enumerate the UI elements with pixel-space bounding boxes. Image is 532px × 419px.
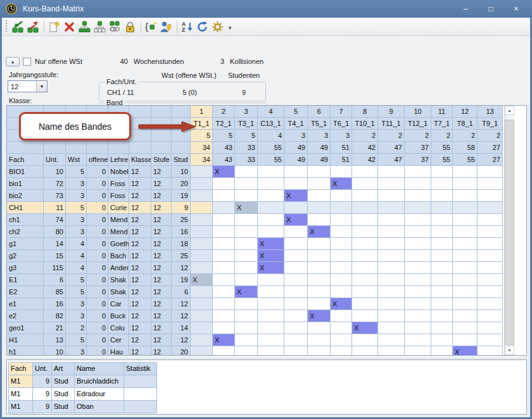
course-offene-cell[interactable]: 0	[87, 226, 108, 238]
course-offene-cell[interactable]: 0	[87, 166, 108, 178]
matrix-cell[interactable]	[405, 166, 431, 178]
band-name-cell[interactable]: T2_1	[213, 118, 235, 130]
assignment-x-cell[interactable]: X	[213, 166, 235, 178]
matrix-cell[interactable]	[453, 202, 478, 214]
matrix-cell[interactable]	[331, 166, 352, 178]
matrix-cell[interactable]	[478, 250, 503, 262]
matrix-cell[interactable]	[453, 238, 478, 250]
matrix-cell[interactable]	[235, 214, 258, 226]
course-lehrer-cell[interactable]: Shak	[108, 274, 129, 286]
matrix-cell[interactable]	[308, 178, 331, 190]
matrix-cell[interactable]	[213, 226, 235, 238]
band-students-cell[interactable]: 27	[478, 142, 503, 154]
maximize-button[interactable]: □	[486, 0, 495, 18]
matrix-cell[interactable]	[191, 262, 213, 274]
matrix-cell[interactable]	[478, 274, 503, 286]
column-header-wst[interactable]: Wst	[66, 154, 87, 166]
matrix-cell[interactable]	[331, 310, 352, 322]
matrix-cell[interactable]	[213, 298, 235, 310]
matrix-cell[interactable]	[453, 262, 478, 274]
new-course-button[interactable]	[47, 19, 62, 34]
band-students-cell[interactable]: 51	[331, 142, 352, 154]
bottom-header-name[interactable]: Name	[75, 363, 124, 375]
course-stud-cell[interactable]: 12	[172, 262, 191, 274]
course-lehrer-cell[interactable]: Goethe	[108, 238, 129, 250]
band-students-cell[interactable]: 49	[308, 142, 331, 154]
course-stufe-cell[interactable]: 12	[151, 214, 172, 226]
course-stufe-cell[interactable]: 12	[151, 190, 172, 202]
course-unt-cell[interactable]: 13	[44, 334, 66, 346]
course-wst-cell[interactable]: 3	[66, 298, 87, 310]
matrix-cell[interactable]	[431, 250, 453, 262]
matrix-cell[interactable]	[191, 178, 213, 190]
matrix-cell[interactable]	[213, 214, 235, 226]
course-offene-cell[interactable]: 0	[87, 262, 108, 274]
band-students-cell[interactable]: 55	[431, 142, 453, 154]
matrix-cell[interactable]	[213, 346, 235, 356]
matrix-cell[interactable]	[331, 202, 352, 214]
matrix-cell[interactable]	[331, 274, 352, 286]
matrix-cell[interactable]	[191, 310, 213, 322]
matrix-cell[interactable]	[352, 178, 378, 190]
matrix-cell[interactable]	[478, 190, 503, 202]
matrix-cell[interactable]	[258, 286, 284, 298]
band-wst-cell[interactable]: 2	[405, 130, 431, 142]
matrix-cell[interactable]	[258, 190, 284, 202]
band-number-cell[interactable]: 9	[378, 106, 405, 118]
course-stud-cell[interactable]: 25	[172, 250, 191, 262]
assignment-x-cell[interactable]: X	[258, 250, 284, 262]
link-bands-button[interactable]	[108, 19, 123, 34]
matrix-cell[interactable]	[308, 190, 331, 202]
band-wst-cell[interactable]: 2	[478, 130, 503, 142]
matrix-cell[interactable]	[258, 322, 284, 334]
band-students-cell[interactable]: 33	[235, 154, 258, 166]
matrix-cell[interactable]	[352, 250, 378, 262]
course-offene-cell[interactable]: 0	[87, 310, 108, 322]
matrix-cell[interactable]	[258, 226, 284, 238]
matrix-cell[interactable]	[431, 310, 453, 322]
band-number-cell[interactable]: 3	[235, 106, 258, 118]
band-wst-cell[interactable]: 3	[331, 130, 352, 142]
course-stud-cell[interactable]: 18	[172, 238, 191, 250]
student-fach-cell[interactable]: M1	[9, 401, 33, 413]
matrix-cell[interactable]	[431, 298, 453, 310]
matrix-cell[interactable]	[284, 286, 308, 298]
bottom-header-statistik[interactable]: Statistik	[124, 363, 157, 375]
matrix-cell[interactable]	[284, 226, 308, 238]
student-statistik-cell[interactable]	[124, 401, 157, 413]
matrix-vscrollbar[interactable]: ▲ ▼	[504, 106, 514, 355]
matrix-cell[interactable]	[352, 202, 378, 214]
course-fach-cell[interactable]: E1	[7, 274, 44, 286]
band-name-cell[interactable]: T7_1	[431, 118, 453, 130]
column-header-stud[interactable]: Stud	[172, 154, 191, 166]
matrix-cell[interactable]	[258, 334, 284, 346]
band-students-cell[interactable]: 55	[258, 154, 284, 166]
course-unt-cell[interactable]: 85	[44, 286, 66, 298]
matrix-cell[interactable]	[308, 202, 331, 214]
band-wst-cell[interactable]: 5	[213, 130, 235, 142]
course-fach-cell[interactable]: geo1	[7, 322, 44, 334]
course-fach-cell[interactable]: CH1	[7, 202, 44, 214]
course-klasse-cell[interactable]: 12	[129, 238, 151, 250]
course-wst-cell[interactable]: 3	[66, 190, 87, 202]
jahrgangsstufe-dropdown-icon[interactable]: ▼	[36, 81, 47, 92]
matrix-cell[interactable]	[258, 166, 284, 178]
matrix-cell[interactable]	[235, 238, 258, 250]
column-header-klasse[interactable]: Klasse	[129, 154, 151, 166]
matrix-cell[interactable]	[453, 310, 478, 322]
student-statistik-cell[interactable]	[124, 388, 157, 401]
band-name-cell[interactable]: T9_1	[478, 118, 503, 130]
band-number-cell[interactable]: 5	[284, 106, 308, 118]
matrix-cell[interactable]	[191, 286, 213, 298]
band-number-cell[interactable]: 7	[331, 106, 352, 118]
matrix-cell[interactable]	[378, 178, 405, 190]
matrix-cell[interactable]	[378, 262, 405, 274]
matrix-cell[interactable]	[478, 226, 503, 238]
course-stufe-cell[interactable]: 12	[151, 262, 172, 274]
matrix-cell[interactable]	[213, 322, 235, 334]
course-unt-cell[interactable]: 16	[44, 298, 66, 310]
assignment-x-cell[interactable]: X	[453, 346, 478, 356]
course-wst-cell[interactable]: 4	[66, 262, 87, 274]
matrix-cell[interactable]	[258, 274, 284, 286]
matrix-cell[interactable]	[478, 262, 503, 274]
